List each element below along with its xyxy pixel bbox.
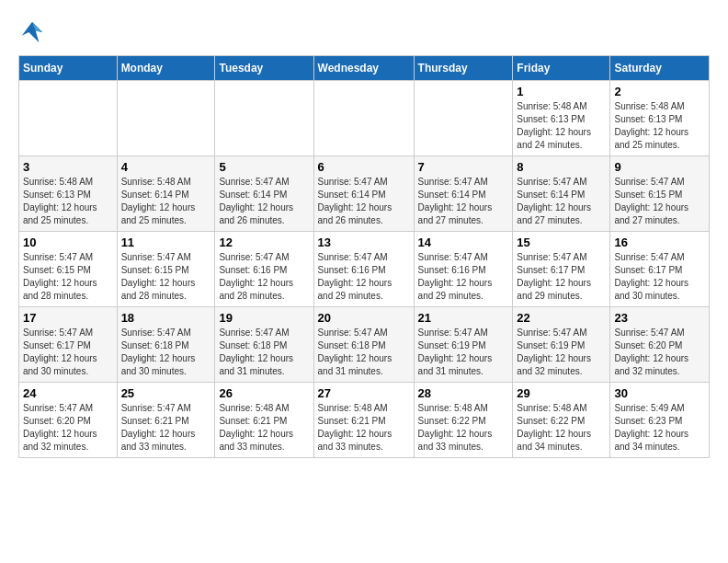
day-info: Sunrise: 5:47 AM Sunset: 6:15 PM Dayligh…	[23, 251, 113, 303]
day-number: 20	[318, 311, 410, 325]
day-number: 30	[614, 386, 705, 400]
day-info: Sunrise: 5:49 AM Sunset: 6:23 PM Dayligh…	[614, 402, 705, 454]
day-number: 7	[418, 160, 509, 174]
calendar-week-row: 10Sunrise: 5:47 AM Sunset: 6:15 PM Dayli…	[19, 232, 710, 307]
day-info: Sunrise: 5:48 AM Sunset: 6:21 PM Dayligh…	[219, 402, 309, 454]
calendar-cell: 16Sunrise: 5:47 AM Sunset: 6:17 PM Dayli…	[610, 232, 710, 307]
day-info: Sunrise: 5:47 AM Sunset: 6:20 PM Dayligh…	[23, 402, 113, 454]
header-monday: Monday	[117, 56, 215, 81]
day-number: 16	[614, 236, 705, 249]
day-number: 19	[219, 311, 309, 325]
page-header	[18, 18, 710, 46]
calendar-cell: 4Sunrise: 5:48 AM Sunset: 6:14 PM Daylig…	[117, 156, 215, 232]
day-info: Sunrise: 5:47 AM Sunset: 6:15 PM Dayligh…	[121, 251, 211, 303]
calendar-cell: 28Sunrise: 5:48 AM Sunset: 6:22 PM Dayli…	[414, 383, 513, 458]
calendar-week-row: 17Sunrise: 5:47 AM Sunset: 6:17 PM Dayli…	[19, 307, 710, 383]
calendar-cell: 18Sunrise: 5:47 AM Sunset: 6:18 PM Dayli…	[117, 307, 215, 383]
header-friday: Friday	[513, 56, 610, 81]
day-info: Sunrise: 5:47 AM Sunset: 6:14 PM Dayligh…	[517, 176, 606, 227]
day-number: 11	[121, 236, 211, 249]
day-number: 3	[23, 160, 113, 174]
calendar-cell: 8Sunrise: 5:47 AM Sunset: 6:14 PM Daylig…	[513, 156, 610, 232]
day-number: 12	[219, 236, 309, 249]
calendar-week-row: 24Sunrise: 5:47 AM Sunset: 6:20 PM Dayli…	[19, 383, 710, 458]
calendar-cell: 17Sunrise: 5:47 AM Sunset: 6:17 PM Dayli…	[19, 307, 118, 383]
day-info: Sunrise: 5:48 AM Sunset: 6:22 PM Dayligh…	[517, 402, 606, 454]
day-number: 27	[318, 386, 410, 400]
calendar-cell: 6Sunrise: 5:47 AM Sunset: 6:14 PM Daylig…	[313, 156, 414, 232]
day-info: Sunrise: 5:48 AM Sunset: 6:13 PM Dayligh…	[23, 176, 113, 227]
calendar-cell	[215, 81, 313, 156]
day-number: 8	[517, 160, 606, 174]
day-info: Sunrise: 5:48 AM Sunset: 6:13 PM Dayligh…	[517, 100, 606, 152]
calendar-cell: 23Sunrise: 5:47 AM Sunset: 6:20 PM Dayli…	[610, 307, 710, 383]
day-number: 2	[614, 85, 705, 98]
day-info: Sunrise: 5:47 AM Sunset: 6:20 PM Dayligh…	[614, 327, 705, 378]
day-number: 17	[23, 311, 113, 325]
day-number: 21	[418, 311, 509, 325]
day-number: 13	[318, 236, 410, 249]
day-number: 26	[219, 386, 309, 400]
header-wednesday: Wednesday	[313, 56, 414, 81]
day-info: Sunrise: 5:47 AM Sunset: 6:19 PM Dayligh…	[517, 327, 606, 378]
calendar-cell: 14Sunrise: 5:47 AM Sunset: 6:16 PM Dayli…	[414, 232, 513, 307]
logo-icon	[18, 18, 46, 46]
calendar-week-row: 1Sunrise: 5:48 AM Sunset: 6:13 PM Daylig…	[19, 81, 710, 156]
calendar-cell: 25Sunrise: 5:47 AM Sunset: 6:21 PM Dayli…	[117, 383, 215, 458]
day-info: Sunrise: 5:47 AM Sunset: 6:18 PM Dayligh…	[121, 327, 211, 378]
calendar-table: SundayMondayTuesdayWednesdayThursdayFrid…	[18, 55, 710, 458]
calendar-cell: 7Sunrise: 5:47 AM Sunset: 6:14 PM Daylig…	[414, 156, 513, 232]
calendar-cell: 26Sunrise: 5:48 AM Sunset: 6:21 PM Dayli…	[215, 383, 313, 458]
calendar-cell: 27Sunrise: 5:48 AM Sunset: 6:21 PM Dayli…	[313, 383, 414, 458]
day-info: Sunrise: 5:48 AM Sunset: 6:13 PM Dayligh…	[614, 100, 705, 152]
day-info: Sunrise: 5:47 AM Sunset: 6:17 PM Dayligh…	[23, 327, 113, 378]
day-number: 22	[517, 311, 606, 325]
calendar-cell: 9Sunrise: 5:47 AM Sunset: 6:15 PM Daylig…	[610, 156, 710, 232]
header-thursday: Thursday	[414, 56, 513, 81]
calendar-cell: 13Sunrise: 5:47 AM Sunset: 6:16 PM Dayli…	[313, 232, 414, 307]
day-info: Sunrise: 5:48 AM Sunset: 6:14 PM Dayligh…	[121, 176, 211, 227]
day-number: 5	[219, 160, 309, 174]
day-number: 23	[614, 311, 705, 325]
calendar-header-row: SundayMondayTuesdayWednesdayThursdayFrid…	[19, 56, 710, 81]
day-info: Sunrise: 5:48 AM Sunset: 6:22 PM Dayligh…	[418, 402, 509, 454]
header-tuesday: Tuesday	[215, 56, 313, 81]
calendar-cell	[313, 81, 414, 156]
calendar-cell	[414, 81, 513, 156]
calendar-cell: 21Sunrise: 5:47 AM Sunset: 6:19 PM Dayli…	[414, 307, 513, 383]
day-info: Sunrise: 5:47 AM Sunset: 6:18 PM Dayligh…	[219, 327, 309, 378]
day-info: Sunrise: 5:47 AM Sunset: 6:16 PM Dayligh…	[418, 251, 509, 303]
calendar-cell	[117, 81, 215, 156]
calendar-cell: 24Sunrise: 5:47 AM Sunset: 6:20 PM Dayli…	[19, 383, 118, 458]
day-number: 28	[418, 386, 509, 400]
day-info: Sunrise: 5:47 AM Sunset: 6:21 PM Dayligh…	[121, 402, 211, 454]
day-info: Sunrise: 5:47 AM Sunset: 6:17 PM Dayligh…	[614, 251, 705, 303]
calendar-cell: 12Sunrise: 5:47 AM Sunset: 6:16 PM Dayli…	[215, 232, 313, 307]
calendar-cell: 20Sunrise: 5:47 AM Sunset: 6:18 PM Dayli…	[313, 307, 414, 383]
calendar-cell: 29Sunrise: 5:48 AM Sunset: 6:22 PM Dayli…	[513, 383, 610, 458]
day-info: Sunrise: 5:47 AM Sunset: 6:16 PM Dayligh…	[318, 251, 410, 303]
calendar-cell: 11Sunrise: 5:47 AM Sunset: 6:15 PM Dayli…	[117, 232, 215, 307]
day-info: Sunrise: 5:47 AM Sunset: 6:14 PM Dayligh…	[219, 176, 309, 227]
day-info: Sunrise: 5:47 AM Sunset: 6:14 PM Dayligh…	[418, 176, 509, 227]
day-number: 10	[23, 236, 113, 249]
day-number: 9	[614, 160, 705, 174]
day-info: Sunrise: 5:47 AM Sunset: 6:14 PM Dayligh…	[318, 176, 410, 227]
day-number: 24	[23, 386, 113, 400]
day-info: Sunrise: 5:47 AM Sunset: 6:18 PM Dayligh…	[318, 327, 410, 378]
day-number: 25	[121, 386, 211, 400]
calendar-cell: 3Sunrise: 5:48 AM Sunset: 6:13 PM Daylig…	[19, 156, 118, 232]
day-number: 6	[318, 160, 410, 174]
calendar-cell: 2Sunrise: 5:48 AM Sunset: 6:13 PM Daylig…	[610, 81, 710, 156]
calendar-cell	[19, 81, 118, 156]
calendar-cell: 5Sunrise: 5:47 AM Sunset: 6:14 PM Daylig…	[215, 156, 313, 232]
day-info: Sunrise: 5:48 AM Sunset: 6:21 PM Dayligh…	[318, 402, 410, 454]
header-saturday: Saturday	[610, 56, 710, 81]
svg-marker-0	[22, 22, 43, 43]
day-number: 4	[121, 160, 211, 174]
calendar-cell: 15Sunrise: 5:47 AM Sunset: 6:17 PM Dayli…	[513, 232, 610, 307]
day-info: Sunrise: 5:47 AM Sunset: 6:16 PM Dayligh…	[219, 251, 309, 303]
day-number: 1	[517, 85, 606, 98]
day-info: Sunrise: 5:47 AM Sunset: 6:17 PM Dayligh…	[517, 251, 606, 303]
calendar-cell: 1Sunrise: 5:48 AM Sunset: 6:13 PM Daylig…	[513, 81, 610, 156]
